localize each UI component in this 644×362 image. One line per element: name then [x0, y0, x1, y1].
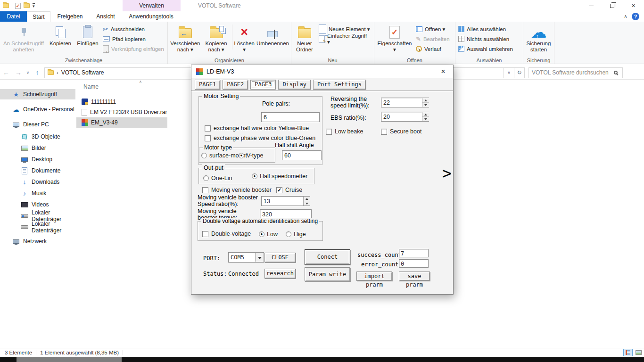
close-button[interactable]: ×: [623, 0, 644, 11]
secure-boot-checkbox[interactable]: Secure boot: [381, 128, 421, 135]
cruise-checkbox[interactable]: ✓ Cruise: [276, 187, 302, 193]
hige-radio[interactable]: Hige: [286, 231, 306, 238]
address-dropdown-icon[interactable]: ∨: [504, 67, 514, 78]
checkbox-box[interactable]: [202, 231, 208, 237]
new-folder-qat-icon[interactable]: [24, 3, 30, 8]
double-voltage-checkbox[interactable]: Double-voltage: [202, 230, 251, 237]
checkbox-box[interactable]: [202, 187, 208, 193]
expand-panel-icon[interactable]: >: [442, 165, 452, 182]
success-count-input[interactable]: 7: [399, 249, 429, 257]
moving-venicle-booster-checkbox[interactable]: Moving venicle booster: [202, 187, 272, 193]
pole-pairs-input[interactable]: 6: [261, 112, 320, 122]
edit-button[interactable]: ✎ Bearbeiten: [414, 34, 452, 44]
sidebar-item-dokumente[interactable]: Dokumente: [0, 165, 75, 176]
move-to-button[interactable]: ← Verschieben nach ▾: [169, 23, 202, 57]
dialog-close-icon[interactable]: ×: [436, 66, 450, 77]
copy-to-button[interactable]: Kopieren nach ▾: [202, 23, 231, 57]
select-all-button[interactable]: Alles auswählen: [456, 24, 515, 34]
spin-up-icon[interactable]: [304, 197, 310, 201]
sidebar-item-bilder[interactable]: Bilder: [0, 143, 75, 153]
close-port-button[interactable]: CLOSE: [264, 253, 296, 263]
tab-ansicht[interactable]: Ansicht: [90, 11, 122, 22]
ribbon-collapse-icon[interactable]: ∧: [621, 12, 630, 21]
tab-anwendungstools[interactable]: Anwendungstools: [122, 11, 181, 22]
import-param-button[interactable]: import prarm: [356, 272, 392, 281]
sidebar-item-lokaler-datentraeger-c[interactable]: Lokaler Datenträger: [0, 211, 75, 221]
sidebar-item-musik[interactable]: ♪ Musik: [0, 188, 75, 198]
research-button[interactable]: research: [264, 269, 296, 279]
sort-ascending-icon[interactable]: ∧: [139, 80, 142, 84]
refresh-icon[interactable]: ↻: [514, 67, 525, 78]
tab-datei[interactable]: Datei: [0, 11, 27, 22]
forward-icon[interactable]: →: [12, 69, 25, 76]
booster-speed-spinner[interactable]: [303, 197, 310, 206]
sidebar-item-schnellzugriff[interactable]: ★ Schnellzugriff: [0, 89, 75, 99]
radio-dot[interactable]: [203, 175, 209, 181]
properties-button[interactable]: ✓ Eigenschaften ▾: [375, 23, 414, 57]
properties-qat-icon[interactable]: ✓: [15, 3, 21, 9]
breadcrumb[interactable]: VOTOL Software: [61, 69, 104, 76]
error-count-input[interactable]: 0: [399, 259, 429, 268]
back-icon[interactable]: ←: [0, 69, 12, 76]
dialog-titlebar[interactable]: LD-EM-V3: [191, 65, 453, 78]
checkbox-box[interactable]: [381, 129, 387, 135]
one-lin-radio[interactable]: One-Lin: [203, 175, 232, 181]
sidebar-item-videos[interactable]: Videos: [0, 199, 75, 210]
radio-dot[interactable]: ●: [252, 173, 257, 179]
exchange-hall-wire-checkbox[interactable]: exchange hall wire color Yellow-Blue: [205, 125, 309, 132]
sidebar-item-3d-objekte[interactable]: 3D-Objekte: [0, 132, 75, 142]
tab-start[interactable]: Start: [27, 11, 50, 22]
details-view-button[interactable]: [623, 349, 633, 356]
save-param-button[interactable]: save prarm: [399, 272, 430, 281]
restore-button[interactable]: [602, 0, 623, 11]
recent-locations-icon[interactable]: ∨: [25, 70, 31, 75]
column-header-name[interactable]: Name: [83, 83, 99, 90]
sidebar-item-onedrive[interactable]: ☁ OneDrive - Personal: [0, 104, 75, 115]
minimize-button[interactable]: [580, 0, 602, 11]
copy-button[interactable]: Kopieren: [46, 23, 74, 57]
copy-path-button[interactable]: Pfad kopieren: [101, 34, 166, 44]
spin-down-icon[interactable]: [304, 201, 310, 206]
checkbox-box[interactable]: [205, 135, 211, 141]
cut-button[interactable]: ✂ Ausschneiden: [101, 24, 166, 34]
sidebar-item-downloads[interactable]: ↓ Downloads: [0, 177, 75, 187]
paste-shortcut-button[interactable]: Verknüpfung einfügen: [101, 44, 166, 54]
reversing-spinner[interactable]: [422, 98, 429, 107]
qat-customize-icon[interactable]: ▾: [33, 3, 35, 8]
radio-dot[interactable]: ●: [259, 231, 264, 237]
spin-up-icon[interactable]: [422, 112, 429, 117]
exchange-phase-wire-checkbox[interactable]: exchange phase wire color Blue-Green: [205, 135, 315, 141]
sidebar-item-dieser-pc[interactable]: Dieser PC: [0, 119, 75, 130]
file-row[interactable]: EM V2 FT232R USB Driver.rar: [76, 107, 167, 117]
dropdown-arrow-icon[interactable]: [255, 253, 263, 262]
tab-freigeben[interactable]: Freigeben: [50, 11, 90, 22]
checkbox-box[interactable]: ✓: [276, 187, 282, 193]
ebs-spinner[interactable]: [422, 112, 429, 121]
start-backup-button[interactable]: ☁↑ Sicherung starten: [524, 23, 553, 57]
delete-button[interactable]: × Löschen ▾: [233, 23, 255, 57]
tab-page1[interactable]: PAGE1: [195, 80, 220, 90]
invert-selection-button[interactable]: Auswahl umkehren: [456, 44, 515, 54]
spin-down-icon[interactable]: [422, 103, 429, 107]
up-icon[interactable]: ↑: [31, 69, 43, 76]
checkbox-box[interactable]: [205, 125, 211, 132]
radio-dot[interactable]: [286, 231, 291, 237]
contextual-tab-verwalten[interactable]: Verwalten: [123, 0, 181, 11]
low-radio[interactable]: ● Low: [259, 231, 278, 238]
tab-page3[interactable]: PAGE3: [250, 80, 276, 90]
port-select[interactable]: COM5: [228, 252, 264, 263]
spin-down-icon[interactable]: [422, 117, 429, 121]
file-row[interactable]: 111111111: [76, 97, 167, 107]
search-input[interactable]: VOTOL Software durchsuchen: [528, 67, 623, 78]
checkbox-box[interactable]: [326, 129, 332, 135]
sidebar-item-lokaler-datentraeger-d[interactable]: Lokaler Datenträger: [0, 222, 75, 232]
select-none-button[interactable]: Nichts auswählen: [456, 34, 515, 44]
v-type-radio[interactable]: ● V-type: [239, 152, 263, 159]
help-icon[interactable]: ?: [632, 13, 639, 20]
tab-port-settings[interactable]: Port Settings: [313, 80, 366, 90]
thumbnail-view-button[interactable]: [634, 349, 643, 356]
tab-display[interactable]: Display: [278, 80, 311, 90]
pin-to-quick-access-button[interactable]: An Schnellzugriff anheften: [1, 23, 46, 57]
booster-torque-input[interactable]: 320: [260, 209, 312, 219]
connect-button[interactable]: Conect: [305, 249, 350, 265]
